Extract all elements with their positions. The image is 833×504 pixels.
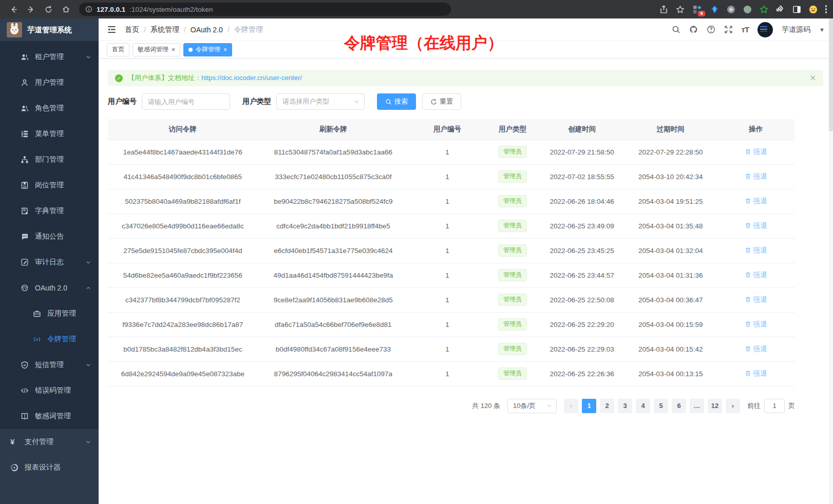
tab-sensitive-word[interactable]: 敏感词管理× xyxy=(132,43,180,56)
force-logout-button[interactable]: 强退 xyxy=(745,344,767,354)
sidebar-item-label: 菜单管理 xyxy=(35,129,64,139)
page-scrollbar[interactable] xyxy=(829,18,833,504)
force-logout-button[interactable]: 强退 xyxy=(745,246,767,255)
reset-button[interactable]: 重置 xyxy=(422,93,461,110)
green-circle-extension-icon[interactable] xyxy=(743,5,752,14)
page-button-6[interactable]: 6 xyxy=(672,399,686,413)
home-icon[interactable] xyxy=(59,2,73,16)
scrollbar-thumb[interactable] xyxy=(829,18,833,131)
diamond-extension-icon[interactable] xyxy=(710,5,719,14)
page-button-1[interactable]: 1 xyxy=(582,399,596,413)
goto-page-input[interactable] xyxy=(764,399,785,413)
caret-down-icon[interactable]: ▼ xyxy=(819,27,825,33)
action-cell: 强退 xyxy=(716,263,795,287)
hamburger-icon[interactable] xyxy=(107,25,117,34)
sidebar-item-dept-management[interactable]: 部门管理 xyxy=(0,147,99,172)
prev-page-button[interactable]: ‹ xyxy=(564,399,578,413)
help-icon[interactable] xyxy=(707,25,715,34)
access-token-cell: 6d842e2924594de9a09e45e087323abe xyxy=(108,361,258,386)
sidebar-item-user-management[interactable]: 用户管理 xyxy=(0,70,99,95)
user-type-select[interactable]: 请选择用户类型 xyxy=(276,93,365,110)
sidebar-item-role-management[interactable]: 角色管理 xyxy=(0,95,99,121)
sidebar-item-tenant-management[interactable]: 租户管理 xyxy=(0,44,99,70)
tab-close-icon[interactable]: × xyxy=(223,47,227,53)
page-button-4[interactable]: 4 xyxy=(636,399,650,413)
search-button[interactable]: 搜索 xyxy=(377,93,416,110)
page-button-5[interactable]: 5 xyxy=(654,399,668,413)
refresh-token-cell: dfa6c71a50a54c66bef706ef9e6e8d81 xyxy=(258,312,409,337)
tab-close-icon[interactable]: × xyxy=(172,47,175,53)
create-time-cell: 2022-06-25 23:49:09 xyxy=(539,214,624,238)
extension-grid-icon[interactable]: 9 xyxy=(692,4,703,14)
force-logout-button[interactable]: 强退 xyxy=(745,147,767,157)
share-icon[interactable] xyxy=(659,5,668,14)
alert-close-icon[interactable]: ✕ xyxy=(809,73,816,83)
url-bar[interactable]: 127.0.0.1:1024/system/oauth2/token xyxy=(79,3,451,16)
sidebar-item-sensitive-word-management[interactable]: 敏感词管理 xyxy=(0,403,99,429)
sidebar-item-sms-management[interactable]: 短信管理 xyxy=(0,352,99,378)
sidebar-item-error-code-management[interactable]: 错误码管理 xyxy=(0,378,99,403)
user-type-badge: 管理员 xyxy=(498,269,527,281)
column-header: 刷新令牌 xyxy=(258,119,409,140)
site-info-icon[interactable] xyxy=(85,6,92,13)
sidebar-item-pay-management[interactable]: ¥支付管理 xyxy=(0,429,99,455)
alert-doc-link[interactable]: https://doc.iocoder.cn/user-center/ xyxy=(201,74,302,82)
sidebar-item-token-management[interactable]: A令牌管理 xyxy=(0,326,99,352)
force-logout-button[interactable]: 强退 xyxy=(745,197,767,206)
force-logout-button[interactable]: 强退 xyxy=(745,221,767,230)
forward-icon[interactable] xyxy=(24,2,38,16)
create-time-cell: 2022-07-29 21:58:50 xyxy=(539,140,624,164)
sidebar-item-oauth2[interactable]: OAuth 2.0 xyxy=(0,275,99,301)
sidebar-item-report-designer[interactable]: 报表设计器 xyxy=(0,455,99,480)
user-id-cell: 1 xyxy=(409,312,486,337)
force-logout-button[interactable]: 强退 xyxy=(745,172,767,181)
search-icon[interactable] xyxy=(672,25,680,34)
font-size-icon[interactable]: ᴛT xyxy=(742,25,749,34)
bookmark-star-icon[interactable] xyxy=(676,5,685,14)
table-row: 275e5de9151045fe87cbdc395e004f4de6cfd40e… xyxy=(108,238,795,263)
sidebar-item-dict-management[interactable]: 字典管理 xyxy=(0,198,99,224)
user-avatar[interactable] xyxy=(758,22,773,37)
force-logout-button[interactable]: 强退 xyxy=(745,295,767,304)
sidebar-item-post-management[interactable]: 岗位管理 xyxy=(0,172,99,198)
back-icon[interactable] xyxy=(6,2,21,16)
force-logout-button[interactable]: 强退 xyxy=(745,270,767,280)
next-page-button[interactable]: › xyxy=(726,399,740,413)
page-button-3[interactable]: 3 xyxy=(618,399,632,413)
fullscreen-icon[interactable] xyxy=(724,25,733,34)
sidebar-item-audit-log[interactable]: 审计日志 xyxy=(0,249,99,275)
sidebar-item-label: 令牌管理 xyxy=(47,335,76,344)
reading-mode-icon[interactable] xyxy=(792,5,801,14)
tab-token[interactable]: 令牌管理× xyxy=(183,43,232,56)
command-extension-icon[interactable] xyxy=(727,5,735,14)
user-id-input[interactable] xyxy=(142,93,230,110)
puzzle-extension-icon[interactable] xyxy=(776,5,785,14)
green-star-extension-icon[interactable] xyxy=(760,5,768,14)
breadcrumb-item-home[interactable]: 首页 xyxy=(125,25,139,34)
force-logout-button[interactable]: 强退 xyxy=(745,369,767,378)
force-logout-button[interactable]: 强退 xyxy=(745,320,767,329)
expire-time-cell: 2054-03-04 19:51:25 xyxy=(624,189,716,214)
chevron-down-icon xyxy=(85,54,91,60)
column-header: 过期时间 xyxy=(624,119,716,140)
user-type-badge: 管理员 xyxy=(498,318,527,331)
app-logo[interactable]: 芋道管理系统 xyxy=(0,18,99,41)
sidebar-item-menu-management[interactable]: 菜单管理 xyxy=(0,121,99,147)
page-button-12[interactable]: 12 xyxy=(708,399,722,413)
page-size-select[interactable]: 10条/页 xyxy=(507,399,557,413)
github-icon[interactable] xyxy=(689,25,698,34)
tab-home[interactable]: 首页 xyxy=(107,43,129,56)
reload-icon[interactable] xyxy=(41,2,55,16)
sidebar-item-notice-management[interactable]: 通知公告 xyxy=(0,224,99,249)
doc-alert-banner: ✓ 【用户体系】文档地址：https://doc.iocoder.cn/user… xyxy=(108,70,823,86)
create-time-cell: 2022-06-25 22:29:03 xyxy=(539,337,624,361)
page-ellipsis[interactable]: … xyxy=(690,399,704,413)
profile-avatar-emoji-icon[interactable] xyxy=(809,5,818,14)
force-logout-label: 强退 xyxy=(753,270,767,280)
sidebar-item-app-management[interactable]: 应用管理 xyxy=(0,301,99,326)
sidebar-item-label: OAuth 2.0 xyxy=(35,284,67,292)
breadcrumb-item-oauth2[interactable]: OAuth 2.0 xyxy=(191,26,223,34)
page-button-2[interactable]: 2 xyxy=(600,399,614,413)
breadcrumb-item-system-management[interactable]: 系统管理 xyxy=(150,25,179,34)
browser-menu-icon[interactable] xyxy=(825,5,827,13)
